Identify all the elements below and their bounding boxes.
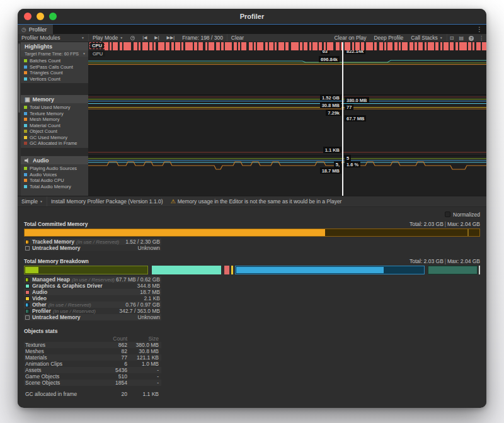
segment-other[interactable] [235,266,425,274]
series-color-chip [24,167,27,170]
memory-breakdown-bar[interactable] [24,266,480,274]
objects-stats: Objects stats Count Size Textures862380.… [24,328,480,397]
table-row: Textures862380.0 MB [24,342,161,348]
segment-profiler[interactable] [428,266,477,274]
module-highlights[interactable]: Highlights Target Frame Time: 60 FPS ▼ B… [21,42,88,83]
memory-detail-pane: Normalized Total Committed Memory Total:… [18,207,486,407]
legend-row: Other (In use / Reserved) 0.76 / 0.97 GB [24,302,161,308]
normalized-label[interactable]: Normalized [453,212,480,218]
profiler-tab-icon: ◷ [21,26,26,33]
tab-label: Profiler [29,26,47,33]
memory-module-icon: ▣ [25,96,30,103]
profiler-chip [25,309,30,313]
tab-profiler[interactable]: ◷ Profiler [18,25,53,34]
legend-item[interactable]: Mesh Memory [24,116,88,123]
help-icon[interactable]: ? [466,35,476,41]
legend-item[interactable]: Audio Voices [24,172,88,178]
play-mode-dropdown[interactable]: Play Mode ▼ [89,34,127,42]
clear-button[interactable]: Clear [227,34,248,42]
normalized-checkbox[interactable] [445,212,450,217]
editor-memory-warning: Memory usage in the Editor is not the sa… [178,198,342,205]
module-title: Memory [33,96,55,103]
tab-menu-icon[interactable]: ⋮ [476,26,483,33]
legend-item[interactable]: GC Allocated in Frame [24,140,88,147]
legend-item[interactable]: Texture Memory [24,111,88,117]
breakdown-title: Total Memory Breakdown [24,258,89,264]
chart-value-label: 67.7 MB [345,115,366,121]
breakdown-totals: Total: 2.03 GB|Max: 2.04 GB [410,258,480,264]
call-stacks-dropdown[interactable]: Call Stacks ▼ [407,34,446,42]
legend-item[interactable]: Total Audio Memory [24,184,88,190]
detail-mode-dropdown[interactable]: Simple ▼ [18,196,47,206]
tracked-memory-chip [25,240,30,244]
legend-item[interactable]: Material Count [24,123,88,129]
committed-memory-bar[interactable] [24,228,480,237]
frame-playhead[interactable] [342,42,343,196]
table-row: Meshes8230.8 MB [24,348,161,354]
series-color-chip [24,118,27,121]
deep-profile-toggle[interactable]: Deep Profile [370,34,407,42]
profiler-window: Profiler ◷ Profiler ⋮ Profiler Modules ▼… [18,9,486,408]
graphics-chip [25,284,30,288]
load-profile-icon[interactable]: ⊡ [447,35,457,41]
series-color-chip [24,71,27,74]
committed-title: Total Committed Memory [24,221,88,227]
profiler-modules-dropdown[interactable]: Profiler Modules ▼ [18,34,88,42]
legend-item[interactable]: Playing Audio Sources [24,166,88,172]
table-row: Game Objects510- [24,373,161,380]
toolbar-menu-icon[interactable]: ⋮ [476,35,486,41]
record-button[interactable] [127,34,139,42]
legend-item[interactable]: GC Used Memory [24,135,88,141]
gpu-track-label[interactable]: GPU [90,51,105,57]
legend-row: Profiler (In use / Reserved) 342.7 / 363… [24,308,161,314]
segment-managed-heap[interactable] [24,266,148,274]
frame-counter: Frame: 198 / 300 [178,34,227,42]
save-profile-icon[interactable]: ▤ [456,35,466,41]
legend-row: Graphics & Graphics Driver 344.8 MB [24,283,161,289]
legend-item[interactable]: Object Count [24,128,88,135]
target-frame-time-dropdown[interactable]: Target Frame Time: 60 FPS ▼ [21,50,88,57]
video-chip [25,296,30,301]
table-row: Animation Clips61.0 MB [24,361,161,367]
segment-video[interactable] [231,266,233,274]
previous-frame-button[interactable]: |◀ [139,34,151,42]
legend-item[interactable]: Total Audio CPU [24,178,88,184]
chart-value-label: 7.29k [326,110,341,116]
chevron-down-icon: ▼ [83,52,86,55]
chevron-down-icon: ▼ [440,36,443,40]
titlebar: Profiler [18,9,486,24]
next-frame-button[interactable]: ▶| [151,34,163,42]
cpu-track-label[interactable]: CPU [89,42,105,49]
series-color-chip [24,106,27,109]
module-audio[interactable]: Audio Playing Audio Sources Audio Voices… [21,156,88,196]
install-memory-profiler-button[interactable]: Install Memory Profiler Package (Version… [47,196,167,206]
current-frame-button[interactable]: ▶▶| [163,34,179,42]
cpu-frame-strip[interactable] [88,42,486,50]
clear-on-play-toggle[interactable]: Clear on Play [330,34,370,42]
segment-audio[interactable] [224,266,229,274]
chevron-down-icon: ▼ [40,200,43,203]
series-color-chip [24,185,27,188]
series-color-chip [24,179,27,182]
legend-item[interactable]: Vertices Count [24,76,88,82]
untracked-memory-chip [25,246,30,251]
profiler-chart[interactable]: CPU GPU 63 822.14k 696.84k 1.52 GB 380.0… [88,42,486,196]
segment-graphics[interactable] [152,266,221,274]
chart-value-label: 1.52 GB [320,94,341,101]
series-color-chip [24,124,27,127]
chart-value-label: 696.84k [319,56,340,62]
audio-chip [25,290,30,295]
chevron-down-icon: ▼ [120,36,123,40]
audio-module-icon [25,158,30,163]
series-color-chip [24,142,27,145]
committed-legend: Tracked Memory (In use / Reserved) 1.52 … [24,239,161,251]
untracked-memory-chip [25,315,30,320]
legend-item[interactable]: Total Used Memory [24,104,88,111]
table-row: Assets5436- [24,367,161,373]
legend-item[interactable]: Triangles Count [24,70,88,76]
legend-row: Untracked Memory Unknown [24,245,161,251]
track-separator [88,155,486,156]
legend-item[interactable]: Batches Count [24,58,88,64]
module-memory[interactable]: ▣Memory Total Used Memory Texture Memory… [21,95,88,148]
legend-item[interactable]: SetPass Calls Count [24,64,88,70]
